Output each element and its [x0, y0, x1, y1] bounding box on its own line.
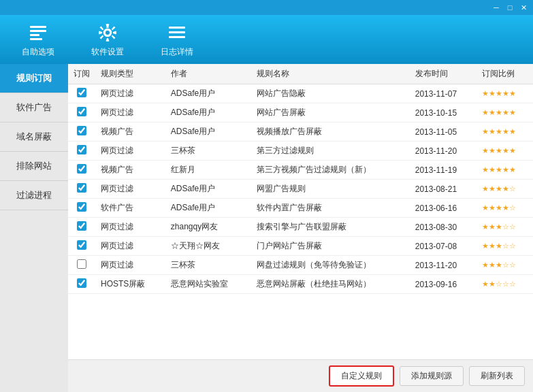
table-row: 网页过滤ADSafe用户网盟广告规则2013-08-21★★★★☆	[68, 180, 533, 199]
rule-date: 2013-11-19	[410, 161, 477, 180]
table-row: 视频广告红新月第三方视频广告过滤规则（新）2013-11-19★★★★★	[68, 161, 533, 180]
self-help-icon	[27, 22, 49, 44]
rule-type: 网页过滤	[95, 180, 165, 199]
rule-stars: ★★★☆☆	[477, 237, 533, 256]
rule-checkbox[interactable]	[77, 240, 86, 250]
svg-rect-3	[30, 38, 42, 40]
svg-rect-8	[169, 31, 185, 33]
rule-stars: ★★★★★	[477, 161, 533, 180]
col-ratio: 订阅比例	[477, 64, 533, 84]
table-row: 网页过滤☆天翔☆网友门户网站广告屏蔽2013-07-08★★★☆☆	[68, 237, 533, 256]
sidebar-item-rules[interactable]: 规则订阅	[0, 64, 68, 93]
rule-stars: ★★☆☆☆	[477, 275, 533, 294]
logs-icon	[166, 22, 188, 44]
self-help-label: 自助选项	[22, 46, 54, 58]
toolbar-self-help[interactable]: 自助选项	[14, 18, 63, 62]
col-author: 作者	[165, 64, 251, 84]
rule-stars: ★★★★★	[477, 142, 533, 161]
footer-bar: 自定义规则 添加规则源 刷新列表	[68, 359, 533, 392]
maximize-button[interactable]: □	[503, 1, 517, 14]
rule-type: 软件广告	[95, 199, 165, 218]
table-row: 软件广告ADSafe用户软件内置广告屏蔽2013-06-16★★★★☆	[68, 199, 533, 218]
rule-name: 网站广告屏蔽	[251, 103, 410, 122]
main-container: 规则订阅 软件广告 域名屏蔽 排除网站 过滤进程 订阅 规则类型 作者 规则名称…	[0, 64, 533, 392]
rule-date: 2013-11-07	[410, 84, 477, 103]
rule-stars: ★★★☆☆	[477, 218, 533, 237]
add-source-button[interactable]: 添加规则源	[400, 366, 464, 386]
svg-rect-2	[30, 34, 39, 36]
rules-table: 订阅 规则类型 作者 规则名称 发布时间 订阅比例 网页过滤ADSafe用户网站…	[68, 64, 533, 294]
toolbar-logs[interactable]: 日志详情	[152, 18, 201, 62]
toolbar-settings[interactable]: 软件设置	[83, 18, 132, 62]
minimize-button[interactable]: ─	[489, 1, 503, 14]
rule-checkbox[interactable]	[77, 202, 86, 212]
table-row: 网页过滤ADSafe用户网站广告隐蔽2013-11-07★★★★★	[68, 84, 533, 103]
svg-rect-9	[169, 36, 185, 38]
rule-type: 网页过滤	[95, 256, 165, 275]
svg-rect-1	[30, 30, 46, 32]
rule-name: 恶意网站屏蔽（杜绝挂马网站）	[251, 275, 410, 294]
rule-type: 网页过滤	[95, 237, 165, 256]
sidebar-item-domains[interactable]: 域名屏蔽	[0, 122, 68, 152]
col-name: 规则名称	[251, 64, 410, 84]
table-row: 网页过滤三杯茶网盘过滤规则（免等待免验证）2013-11-20★★★☆☆	[68, 256, 533, 275]
rule-date: 2013-11-20	[410, 142, 477, 161]
rule-name: 网站广告隐蔽	[251, 84, 410, 103]
rule-date: 2013-09-16	[410, 275, 477, 294]
toolbar: 自助选项 软件设置	[0, 15, 533, 64]
rule-type: 网页过滤	[95, 218, 165, 237]
settings-label: 软件设置	[91, 46, 124, 58]
sidebar-item-ads[interactable]: 软件广告	[0, 93, 68, 122]
rule-name: 软件内置广告屏蔽	[251, 199, 410, 218]
rule-checkbox[interactable]	[77, 164, 86, 174]
table-row: 网页过滤zhangqy网友搜索引擎与广告联盟屏蔽2013-08-30★★★☆☆	[68, 218, 533, 237]
rule-stars: ★★★★☆	[477, 180, 533, 199]
rule-name: 网盟广告规则	[251, 180, 410, 199]
rule-date: 2013-06-16	[410, 199, 477, 218]
rule-checkbox[interactable]	[77, 107, 86, 116]
rule-author: ADSafe用户	[165, 84, 251, 103]
rule-checkbox[interactable]	[77, 278, 86, 288]
rule-date: 2013-11-20	[410, 256, 477, 275]
rule-checkbox[interactable]	[77, 126, 86, 135]
sidebar-item-filter[interactable]: 过滤进程	[0, 181, 68, 210]
table-header-row: 订阅 规则类型 作者 规则名称 发布时间 订阅比例	[68, 64, 533, 84]
rule-type: 视频广告	[95, 122, 165, 142]
sidebar-item-exclude[interactable]: 排除网站	[0, 152, 68, 181]
logs-label: 日志详情	[161, 46, 193, 58]
rule-checkbox[interactable]	[77, 221, 86, 231]
rule-checkbox[interactable]	[77, 145, 86, 154]
rule-name: 第三方过滤规则	[251, 142, 410, 161]
rule-type: 视频广告	[95, 161, 165, 180]
rule-stars: ★★★★★	[477, 84, 533, 103]
rule-type: HOSTS屏蔽	[95, 275, 165, 294]
rule-author: ☆天翔☆网友	[165, 237, 251, 256]
content-area: 订阅 规则类型 作者 规则名称 发布时间 订阅比例 网页过滤ADSafe用户网站…	[68, 64, 533, 392]
rules-table-container: 订阅 规则类型 作者 规则名称 发布时间 订阅比例 网页过滤ADSafe用户网站…	[68, 64, 533, 359]
rule-checkbox[interactable]	[77, 259, 86, 269]
table-row: 网页过滤三杯茶第三方过滤规则2013-11-20★★★★★	[68, 142, 533, 161]
rule-name: 门户网站广告屏蔽	[251, 237, 410, 256]
rule-author: ADSafe用户	[165, 199, 251, 218]
col-subscribe: 订阅	[68, 64, 95, 84]
rule-date: 2013-10-15	[410, 103, 477, 122]
rule-name: 网盘过滤规则（免等待免验证）	[251, 256, 410, 275]
rule-author: 三杯茶	[165, 142, 251, 161]
close-button[interactable]: ✕	[517, 1, 530, 14]
rule-name: 视频播放广告屏蔽	[251, 122, 410, 142]
rule-stars: ★★★★★	[477, 122, 533, 142]
rule-type: 网页过滤	[95, 84, 165, 103]
rule-date: 2013-08-30	[410, 218, 477, 237]
rule-author: ADSafe用户	[165, 122, 251, 142]
custom-rule-button[interactable]: 自定义规则	[329, 365, 394, 387]
rule-stars: ★★★★★	[477, 103, 533, 122]
refresh-button[interactable]: 刷新列表	[469, 366, 525, 386]
rule-author: 恶意网站实验室	[165, 275, 251, 294]
title-bar: ─ □ ✕	[0, 0, 533, 15]
rule-checkbox[interactable]	[77, 183, 86, 193]
settings-icon	[97, 22, 118, 44]
svg-rect-7	[169, 27, 185, 29]
rule-checkbox[interactable]	[77, 88, 86, 97]
rule-date: 2013-11-05	[410, 122, 477, 142]
table-row: HOSTS屏蔽恶意网站实验室恶意网站屏蔽（杜绝挂马网站）2013-09-16★★…	[68, 275, 533, 294]
